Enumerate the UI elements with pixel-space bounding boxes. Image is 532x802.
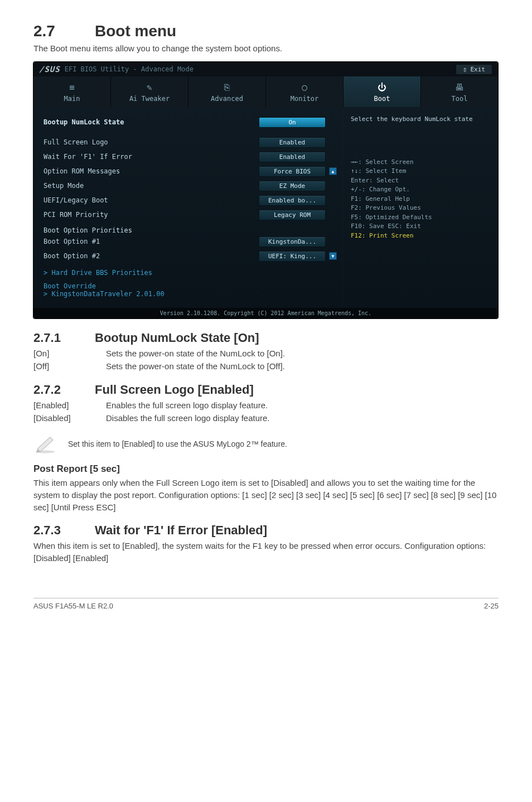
tab-ai-tweaker[interactable]: ✎ Ai Tweaker <box>111 76 188 107</box>
post-report-body: This item appears only when the Full Scr… <box>33 477 499 513</box>
tab-tool[interactable]: 🖶 Tool <box>421 76 498 107</box>
scroll-down-icon[interactable]: ▼ <box>329 252 337 260</box>
subsection-heading: 2.7.3Wait for 'F1' If Error [Enabled] <box>33 523 499 538</box>
note-block: Set this item to [Enabled] to use the AS… <box>33 433 499 455</box>
subsection-title: Full Screen Logo [Enabled] <box>95 383 254 397</box>
bios-main-panel: Bootup NumLock State On Full Screen Logo… <box>33 107 342 308</box>
boot-override-item[interactable]: > KingstonDataTraveler 2.01.00 <box>43 290 337 298</box>
option-key: [On] <box>33 347 106 360</box>
bios-exit-label: Exit <box>471 66 486 73</box>
row-uefi-legacy[interactable]: UEFI/Legacy Boot Enabled bo... <box>43 193 337 207</box>
option-row-off: [Off] Sets the power-on state of the Num… <box>33 360 499 373</box>
section-number: 2.7 <box>33 22 95 40</box>
option-key: [Off] <box>33 360 106 373</box>
option-key: [Disabled] <box>33 412 106 425</box>
row-label: Bootup NumLock State <box>43 118 259 126</box>
tool-icon: 🖶 <box>421 82 498 93</box>
section-title-text: Boot menu <box>95 22 176 40</box>
tab-label: Boot <box>374 95 390 103</box>
help-line: F2: Previous Values <box>351 204 490 213</box>
wait-f1-body: When this item is set to [Enabled], the … <box>33 540 499 564</box>
row-label: Boot Option #2 <box>43 252 259 260</box>
tab-boot[interactable]: ⏻ Boot <box>344 76 421 107</box>
power-icon: ⏻ <box>344 82 420 93</box>
option-desc: Disables the full screen logo display fe… <box>106 412 499 425</box>
tab-main[interactable]: ≡ Main <box>33 76 111 107</box>
exit-icon: ▯ <box>463 66 470 73</box>
row-value[interactable]: Legacy ROM <box>259 210 326 220</box>
tab-label: Advanced <box>211 95 243 103</box>
subsection-title: Wait for 'F1' If Error [Enabled] <box>95 523 267 537</box>
boot-priorities-header: Boot Option Priorities <box>43 226 337 234</box>
subsection-number: 2.7.2 <box>33 383 95 397</box>
row-boot-option-1[interactable]: Boot Option #1 KingstonDa... <box>43 234 337 249</box>
bios-exit-button[interactable]: ▯ Exit <box>456 64 492 75</box>
help-title: Select the keyboard NumLock state <box>351 115 490 124</box>
row-numlock[interactable]: Bootup NumLock State On <box>43 115 337 129</box>
subsection-number: 2.7.3 <box>33 523 95 538</box>
help-line: Enter: Select <box>351 176 490 186</box>
row-wait-f1[interactable]: Wait For 'F1' If Error Enabled <box>43 149 337 164</box>
tab-label: Monitor <box>291 95 319 103</box>
row-value[interactable]: Enabled <box>259 152 326 162</box>
help-line: ↑↓: Select Item <box>351 167 490 176</box>
row-label: Setup Mode <box>43 182 259 190</box>
bios-subtitle: EFI BIOS Utility - Advanced Mode <box>65 65 194 73</box>
option-key: [Enabled] <box>33 399 106 412</box>
row-option-rom[interactable]: Option ROM Messages Force BIOS ▲ <box>43 164 337 178</box>
option-row-disabled: [Disabled] Disables the full screen logo… <box>33 412 499 425</box>
note-pen-icon <box>33 433 57 455</box>
help-line-highlight: F12: Print Screen <box>351 231 490 241</box>
help-line: F1: General Help <box>351 195 490 204</box>
row-value[interactable]: Enabled bo... <box>259 195 326 206</box>
row-label: PCI ROM Priority <box>43 211 259 219</box>
option-row-on: [On] Sets the power-on state of the NumL… <box>33 347 499 360</box>
row-value[interactable]: EZ Mode <box>259 181 326 191</box>
tab-monitor[interactable]: ◯ Monitor <box>266 76 344 107</box>
advanced-icon: ⎘ <box>188 82 265 93</box>
note-text: Set this item to [Enabled] to use the AS… <box>68 439 287 448</box>
post-report-heading: Post Report [5 sec] <box>33 463 499 475</box>
row-value[interactable]: On <box>259 117 326 128</box>
option-desc: Enables the full screen logo display fea… <box>106 399 499 412</box>
subsection-heading: 2.7.1Bootup NumLock State [On] <box>33 331 499 345</box>
svg-marker-1 <box>37 437 53 452</box>
help-line: →←: Select Screen <box>351 158 490 167</box>
subsection-number: 2.7.1 <box>33 331 95 345</box>
row-pci-rom[interactable]: PCI ROM Priority Legacy ROM <box>43 207 337 222</box>
footer-page-number: 2-25 <box>484 602 499 610</box>
row-value[interactable]: KingstonDa... <box>259 236 326 247</box>
row-full-screen-logo[interactable]: Full Screen Logo Enabled <box>43 135 337 149</box>
bios-titlebar: /SUS EFI BIOS Utility - Advanced Mode ▯ … <box>33 62 498 76</box>
monitor-icon: ◯ <box>266 82 343 93</box>
help-line: F10: Save ESC: Exit <box>351 222 490 231</box>
bios-tabs: ≡ Main ✎ Ai Tweaker ⎘ Advanced ◯ Monitor… <box>33 76 498 107</box>
option-row-enabled: [Enabled] Enables the full screen logo d… <box>33 399 499 412</box>
subsection-title: Bootup NumLock State [On] <box>95 331 259 345</box>
row-label: Full Screen Logo <box>43 138 259 146</box>
option-desc: Sets the power-on state of the NumLock t… <box>106 347 499 360</box>
row-value[interactable]: Force BIOS <box>259 166 326 177</box>
bios-footer: Version 2.10.1208. Copyright (C) 2012 Am… <box>33 308 498 318</box>
tab-advanced[interactable]: ⎘ Advanced <box>188 76 266 107</box>
row-value[interactable]: Enabled <box>259 137 326 148</box>
bios-brand-logo: /SUS <box>39 65 60 74</box>
scroll-up-icon[interactable]: ▲ <box>329 167 337 175</box>
row-label: Wait For 'F1' If Error <box>43 153 259 161</box>
tab-label: Tool <box>452 95 468 103</box>
row-label: Boot Option #1 <box>43 238 259 245</box>
hard-drive-bbs-link[interactable]: > Hard Drive BBS Priorities <box>43 269 337 277</box>
bios-help-panel: Select the keyboard NumLock state →←: Se… <box>342 107 498 308</box>
row-value[interactable]: UEFI: King... <box>259 251 326 262</box>
tab-label: Ai Tweaker <box>129 95 170 103</box>
option-desc: Sets the power-on state of the NumLock t… <box>106 360 499 373</box>
bios-screenshot: /SUS EFI BIOS Utility - Advanced Mode ▯ … <box>33 62 498 318</box>
footer-model: ASUS F1A55-M LE R2.0 <box>33 602 113 610</box>
help-line: F5: Optimized Defaults <box>351 213 490 223</box>
row-setup-mode[interactable]: Setup Mode EZ Mode <box>43 178 337 193</box>
row-label: Option ROM Messages <box>43 167 259 175</box>
subsection-heading: 2.7.2Full Screen Logo [Enabled] <box>33 383 499 397</box>
row-boot-option-2[interactable]: Boot Option #2 UEFI: King... ▼ <box>43 249 337 263</box>
list-icon: ≡ <box>33 82 110 93</box>
tweaker-icon: ✎ <box>111 82 188 93</box>
